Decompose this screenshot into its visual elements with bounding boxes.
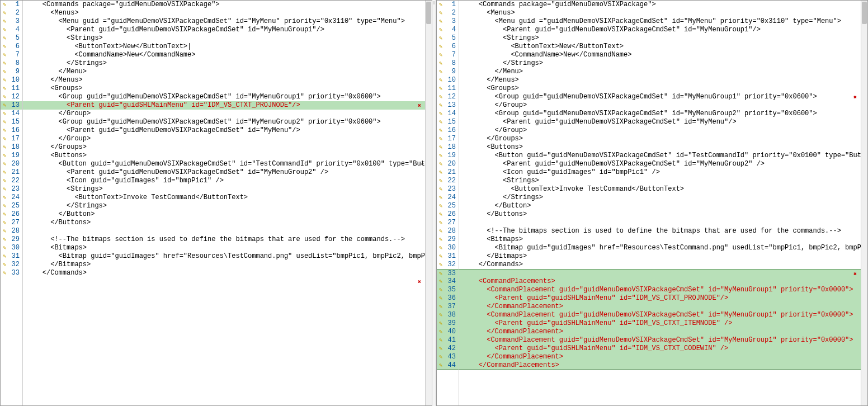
code-line[interactable]: <Button guid="guidMenuDemoVSIXPackageCmd… [23,160,425,168]
code-line[interactable]: <Bitmap guid="guidImages" href="Resource… [459,244,861,252]
code-line[interactable]: </Bitmaps> [459,252,861,261]
left-scrollbar[interactable] [425,1,432,405]
code-line[interactable]: <Commands package="guidMenuDemoVSIXPacka… [459,1,861,9]
gutter-row[interactable]: ✎8 [437,59,459,68]
code-line[interactable]: <ButtonText>Invoke TestCommand</ButtonTe… [23,193,425,202]
gutter-row[interactable]: ✎22 [437,177,459,185]
pane-splitter[interactable] [432,0,436,406]
code-line[interactable]: </Strings> [23,59,425,68]
gutter-row[interactable]: ✎27 [1,219,22,227]
gutter-row[interactable]: ✎33 [1,269,22,277]
code-line[interactable]: </Commands> [23,269,425,277]
gutter-row[interactable]: ✎27 [437,219,459,227]
gutter-row[interactable]: ✎6 [437,43,459,51]
code-line[interactable]: </Menus> [459,76,861,84]
code-line[interactable]: <Icon guid="guidImages" id="bmpPic1" /> [459,168,861,177]
code-line[interactable] [459,219,861,227]
gutter-row[interactable]: ✎41 [437,336,459,344]
gutter-row[interactable]: ✎17 [1,135,22,143]
gutter-row[interactable]: ✎19 [1,152,22,160]
gutter-row[interactable]: ✎17 [437,135,459,143]
code-line[interactable]: </Groups> [23,143,425,152]
code-line[interactable]: </Menus> [23,76,425,84]
gutter-row[interactable]: ✎12 [437,93,459,101]
code-line[interactable] [23,227,425,235]
code-line[interactable]: <ButtonText>Invoke TestCommand</ButtonTe… [459,185,861,193]
gutter-row[interactable]: ✎8 [1,59,22,68]
code-line[interactable]: <Menus> [459,9,861,17]
left-pane[interactable]: ✎1✎2✎3✎4✎5✎6✎7✎8✎9✎10✎11✎12✎13✎14✎15✎16✎… [0,0,432,406]
gutter-row[interactable]: ✎7 [437,51,459,59]
code-line[interactable]: </Strings> [23,202,425,210]
code-line[interactable]: <Strings> [459,34,861,43]
code-line[interactable]: <Groups> [459,84,861,93]
gutter-row[interactable]: ✎16 [1,126,22,135]
gutter-row[interactable]: ✎3 [1,17,22,26]
code-line[interactable]: <Bitmap guid="guidImages" href="Resource… [23,252,425,261]
code-line[interactable]: <Parent guid="guidMenuDemoVSIXPackageCmd… [23,26,425,34]
code-line[interactable]: </Group> [459,126,861,135]
right-scrollbar[interactable] [861,1,867,405]
gutter-row[interactable]: ✎6 [1,43,22,51]
gutter-row[interactable]: ✎37 [437,303,459,311]
gutter-row[interactable]: ✎12 [1,93,22,101]
code-line[interactable]: <Strings> [23,185,425,193]
gutter-row[interactable]: ✎18 [1,143,22,152]
code-line[interactable]: <Groups> [23,84,425,93]
diff-remove-icon[interactable]: ✖ [418,278,424,284]
code-line[interactable]: </Strings> [459,59,861,68]
code-line[interactable]: <ButtonText>New</ButtonText>| [23,43,425,51]
gutter-row[interactable]: ✎10 [1,76,22,84]
left-gutter[interactable]: ✎1✎2✎3✎4✎5✎6✎7✎8✎9✎10✎11✎12✎13✎14✎15✎16✎… [1,1,23,405]
code-line[interactable]: ✖ [459,269,861,277]
code-line[interactable]: <!--The bitmaps section is used to defin… [459,227,861,235]
code-line[interactable]: <Parent guid="guidMenuDemoVSIXPackageCmd… [459,160,861,168]
gutter-row[interactable]: ✎15 [1,118,22,126]
code-line[interactable]: </Group> [459,101,861,110]
code-line[interactable]: <Parent guid="guidSHLMainMenu" id="IDM_V… [459,319,861,328]
code-line[interactable]: <Bitmaps> [459,235,861,244]
right-code[interactable]: <Commands package="guidMenuDemoVSIXPacka… [459,1,861,405]
gutter-row[interactable]: ✎30 [437,244,459,252]
gutter-row[interactable]: ✎20 [437,160,459,168]
code-line[interactable]: <CommandPlacement guid="guidMenuDemoVSIX… [459,286,861,294]
gutter-row[interactable]: ✎25 [1,202,22,210]
code-line[interactable]: </Commands> [459,261,861,269]
code-line[interactable]: <Parent guid="guidMenuDemoVSIXPackageCmd… [459,118,861,126]
gutter-row[interactable]: ✎28 [1,227,22,235]
code-line[interactable]: <Parent guid="guidSHLMainMenu" id="IDM_V… [23,101,425,110]
gutter-row[interactable]: ✎9 [1,68,22,76]
diff-remove-icon[interactable]: ✖ [418,102,424,108]
code-line[interactable]: <Icon guid="guidImages" id="bmpPic1" /> [23,177,425,185]
gutter-row[interactable]: ✎2 [437,9,459,17]
gutter-row[interactable]: ✎1 [1,1,22,9]
code-line[interactable]: </CommandPlacement> [459,328,861,336]
gutter-row[interactable]: ✎10 [437,76,459,84]
code-line[interactable]: </Group> [23,135,425,143]
gutter-row[interactable]: ✎7 [1,51,22,59]
gutter-row[interactable]: ✎29 [437,235,459,244]
code-line[interactable]: </Button> [23,210,425,219]
gutter-row[interactable]: ✎30 [1,244,22,252]
gutter-row[interactable]: ✎38 [437,311,459,319]
gutter-row[interactable]: ✎3 [437,17,459,26]
gutter-row[interactable]: ✎13 [437,101,459,110]
gutter-row[interactable]: ✎29 [1,235,22,244]
code-line[interactable]: <Parent guid="guidSHLMainMenu" id="IDM_V… [459,294,861,303]
gutter-row[interactable]: ✎22 [1,177,22,185]
code-line[interactable]: <Bitmaps> [23,244,425,252]
code-line[interactable]: </Button> [459,202,861,210]
gutter-row[interactable]: ✎2 [1,9,22,17]
code-line[interactable]: </Groups> [459,135,861,143]
gutter-row[interactable]: ✎18 [437,143,459,152]
right-pane[interactable]: ✎1✎2✎3✎4✎5✎6✎7✎8✎9✎10✎11✎12✎13✎14✎15✎16✎… [436,0,868,406]
code-line[interactable]: </Strings> [459,193,861,202]
gutter-row[interactable]: ✎35 [437,286,459,294]
gutter-row[interactable]: ✎44 [437,361,459,370]
code-line[interactable]: <Parent guid="guidSHLMainMenu" id="IDM_V… [459,344,861,353]
gutter-row[interactable]: ✎40 [437,328,459,336]
code-line[interactable]: <Group guid="guidMenuDemoVSIXPackageCmdS… [23,93,425,101]
code-line[interactable]: </Menu> [459,68,861,76]
gutter-row[interactable]: ✎9 [437,68,459,76]
gutter-row[interactable]: ✎11 [1,84,22,93]
